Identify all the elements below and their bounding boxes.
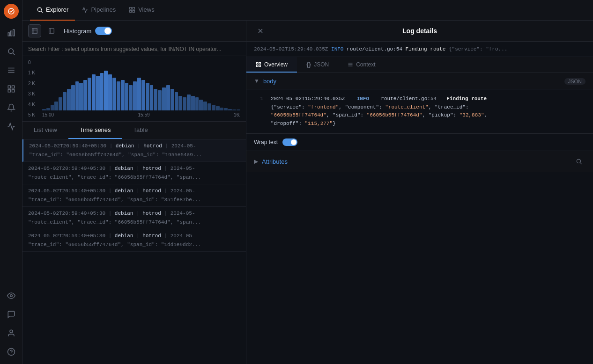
histogram-bar bbox=[88, 78, 91, 110]
toolbar: Histogram bbox=[22, 21, 246, 42]
histogram-bar bbox=[112, 78, 116, 110]
histogram-bar bbox=[125, 83, 129, 110]
tab-views-label: Views bbox=[138, 6, 154, 13]
tab-explorer-label: Explorer bbox=[46, 6, 68, 13]
svg-rect-21 bbox=[130, 10, 132, 12]
histogram-bar bbox=[71, 85, 75, 110]
detail-tab-overview[interactable]: Overview bbox=[246, 57, 297, 73]
tab-pipelines-label: Pipelines bbox=[91, 6, 116, 13]
tab-table[interactable]: Table bbox=[122, 122, 159, 139]
search-bar bbox=[22, 42, 246, 56]
histogram-bar bbox=[59, 97, 62, 110]
wrap-text-toggle[interactable] bbox=[282, 138, 297, 146]
code-path: route/client.go:54 bbox=[381, 96, 437, 102]
toolbar-btn-collapse[interactable] bbox=[45, 24, 58, 37]
histogram-bar bbox=[137, 78, 141, 110]
histogram-bar bbox=[191, 96, 195, 110]
histogram-bar bbox=[178, 96, 182, 110]
code-content-4: "dropoff": "115,277"} bbox=[271, 120, 586, 128]
histogram-bar bbox=[141, 80, 145, 110]
sidebar-icon-user[interactable] bbox=[3, 325, 20, 342]
histogram-bar bbox=[129, 85, 133, 110]
histogram-bar bbox=[133, 81, 137, 110]
detail-tab-json[interactable]: {} JSON bbox=[297, 57, 338, 73]
histogram-bar bbox=[96, 76, 100, 110]
log-entry[interactable]: 2024-05-02T20:59:40+05:30 | debian | hot… bbox=[22, 162, 246, 184]
code-line-3: "66056b55ff74764d", "span_id": "66056b55… bbox=[254, 111, 586, 120]
sidebar-icon-eye[interactable] bbox=[3, 287, 20, 304]
code-block: 1 2024-05-02T15:29:40.035Z INFO route/cl… bbox=[246, 89, 593, 134]
svg-rect-3 bbox=[13, 29, 14, 36]
histogram-label: Histogram bbox=[64, 28, 91, 35]
svg-point-17 bbox=[37, 7, 41, 11]
sidebar-icon-list[interactable] bbox=[3, 62, 20, 79]
attributes-chevron-icon: ▶ bbox=[254, 158, 258, 165]
tab-explorer[interactable]: Explorer bbox=[30, 0, 75, 21]
histogram-bar bbox=[63, 92, 67, 110]
svg-rect-11 bbox=[8, 90, 10, 92]
sidebar-icon-grid[interactable] bbox=[3, 80, 20, 97]
histogram-bar bbox=[158, 90, 162, 110]
body-section-header[interactable]: ▼ body JSON bbox=[246, 73, 593, 89]
left-panel: Histogram 5 K 4 K 3 K 2 K 1 K 0 bbox=[22, 21, 246, 364]
histogram-bars bbox=[42, 60, 240, 110]
svg-point-37 bbox=[577, 160, 580, 163]
histogram-bar bbox=[162, 87, 166, 110]
histogram-area: 5 K 4 K 3 K 2 K 1 K 0 15:00 15:59 16: bbox=[22, 56, 246, 122]
svg-rect-10 bbox=[12, 86, 14, 88]
app-logo[interactable] bbox=[4, 4, 19, 19]
svg-rect-20 bbox=[133, 7, 134, 9]
body-section-left: ▼ body bbox=[254, 78, 276, 85]
attributes-label: Attributes bbox=[262, 158, 288, 165]
banner-timestamp: 2024-05-02T15:29:40.035Z bbox=[254, 46, 328, 52]
sidebar-icon-search[interactable] bbox=[3, 43, 20, 60]
histogram-y-labels: 5 K 4 K 3 K 2 K 1 K 0 bbox=[28, 60, 42, 117]
histogram-bar bbox=[195, 97, 199, 110]
histogram-bar bbox=[146, 83, 149, 110]
histogram-bar bbox=[121, 80, 125, 110]
histogram-bar bbox=[117, 81, 120, 110]
log-entry[interactable]: 2024-05-02T20:59:40+05:30 | debian | hot… bbox=[22, 184, 246, 207]
attributes-section-header[interactable]: ▶ Attributes bbox=[246, 151, 593, 172]
main-area: Explorer Pipelines Views Histogram bbox=[22, 0, 593, 364]
svg-rect-22 bbox=[133, 10, 134, 12]
sidebar-icon-help[interactable] bbox=[3, 343, 20, 360]
toolbar-btn-table[interactable] bbox=[28, 24, 41, 37]
close-button[interactable] bbox=[254, 24, 267, 37]
tab-list-view[interactable]: List view bbox=[22, 122, 68, 139]
sidebar-icon-activity[interactable] bbox=[3, 118, 20, 135]
code-line-4: "dropoff": "115,277"} bbox=[254, 120, 586, 128]
histogram-bar bbox=[104, 71, 108, 110]
banner-msg: Finding route bbox=[406, 46, 446, 52]
svg-rect-26 bbox=[49, 29, 54, 34]
histogram-bar bbox=[154, 89, 157, 110]
log-entry[interactable]: 2024-05-02T20:59:40+05:30 | debian | hot… bbox=[22, 207, 246, 229]
search-input[interactable] bbox=[28, 46, 240, 52]
tab-views[interactable]: Views bbox=[122, 0, 161, 21]
histogram-bar bbox=[75, 81, 79, 110]
wrap-text-row: Wrap text bbox=[246, 134, 593, 151]
detail-tab-context[interactable]: Context bbox=[338, 57, 385, 73]
topnav: Explorer Pipelines Views bbox=[22, 0, 593, 21]
tab-pipelines[interactable]: Pipelines bbox=[75, 0, 122, 21]
svg-rect-2 bbox=[10, 31, 12, 36]
svg-rect-9 bbox=[8, 86, 10, 88]
histogram-bar bbox=[67, 89, 71, 110]
log-list[interactable]: 2024-05-02T20:59:40+05:30 | debian | hot… bbox=[22, 139, 246, 364]
content-area: Histogram 5 K 4 K 3 K 2 K 1 K 0 bbox=[22, 21, 593, 364]
log-entry[interactable]: 2024-05-02T20:59:40+05:30 | debian | hot… bbox=[22, 229, 246, 252]
code-content-1: 2024-05-02T15:29:40.035Z INFO route/clie… bbox=[271, 95, 586, 103]
sidebar-icon-bell[interactable] bbox=[3, 99, 20, 116]
log-entry[interactable]: 2024-05-02T20:59:40+05:30 | debian | hot… bbox=[22, 139, 246, 162]
attributes-search-button[interactable] bbox=[572, 155, 586, 168]
code-timestamp: 2024-05-02T15:29:40.035Z bbox=[271, 96, 345, 102]
svg-rect-19 bbox=[130, 7, 132, 9]
histogram-xlabels: 15:00 15:59 16: bbox=[42, 110, 240, 117]
sidebar-icon-message[interactable] bbox=[3, 306, 20, 323]
sidebar-icon-chart[interactable] bbox=[3, 24, 20, 41]
right-panel-header: Log details bbox=[246, 21, 593, 42]
histogram-bar bbox=[54, 102, 58, 110]
histogram-toggle[interactable] bbox=[95, 27, 112, 35]
code-level: INFO bbox=[357, 96, 369, 102]
tab-time-series[interactable]: Time series bbox=[68, 122, 122, 139]
